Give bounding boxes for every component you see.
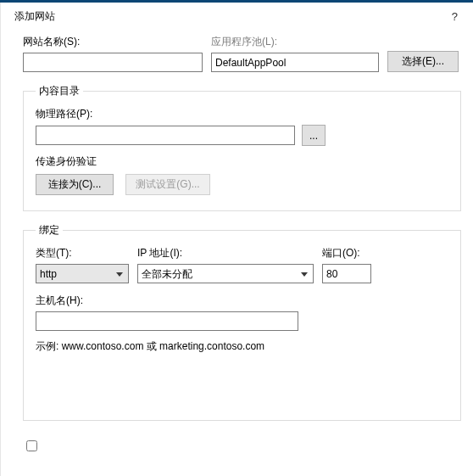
binding-port-label: 端口(O): [322, 246, 371, 260]
start-website-row [23, 438, 461, 454]
binding-port-input[interactable] [322, 264, 371, 283]
start-website-checkbox[interactable] [26, 440, 37, 451]
binding-ip-label: IP 地址(I): [137, 246, 314, 260]
binding-type-label: 类型(T): [36, 246, 129, 260]
add-website-dialog: 添加网站 ? 网站名称(S): 应用程序池(L): . 选择(E)... 内容目… [0, 3, 473, 476]
binding-legend: 绑定 [36, 223, 63, 238]
app-pool-field [211, 53, 379, 72]
app-pool-label: 应用程序池(L): [211, 35, 379, 49]
passthrough-auth-label: 传递身份验证 [36, 154, 448, 169]
site-name-label: 网站名称(S): [23, 35, 203, 49]
dialog-content: 网站名称(S): 应用程序池(L): . 选择(E)... 内容目录 物理路径(… [1, 30, 473, 462]
physical-path-label: 物理路径(P): [36, 107, 448, 121]
titlebar: 添加网站 ? [1, 3, 473, 30]
site-name-row: 网站名称(S): 应用程序池(L): . 选择(E)... [23, 35, 461, 72]
dialog-title: 添加网站 [14, 9, 55, 24]
binding-type-select[interactable]: http [36, 264, 129, 283]
hostname-input[interactable] [36, 311, 298, 331]
binding-group: 绑定 类型(T): http IP 地址(I): 全部未分配 [23, 223, 461, 421]
binding-ip-select[interactable]: 全部未分配 [137, 264, 314, 283]
browse-button[interactable]: ... [302, 125, 326, 146]
test-settings-button: 测试设置(G)... [125, 174, 210, 195]
site-name-input[interactable] [23, 53, 203, 72]
hostname-label: 主机名(H): [36, 294, 448, 308]
help-icon[interactable]: ? [447, 8, 463, 25]
hostname-hint: 示例: www.contoso.com 或 marketing.contoso.… [36, 339, 448, 354]
content-directory-group: 内容目录 物理路径(P): ... 传递身份验证 连接为(C)... 测试设置(… [23, 84, 461, 211]
connect-as-button[interactable]: 连接为(C)... [36, 174, 114, 195]
select-app-pool-button[interactable]: 选择(E)... [387, 51, 459, 72]
content-directory-legend: 内容目录 [36, 84, 83, 98]
physical-path-input[interactable] [36, 126, 295, 145]
